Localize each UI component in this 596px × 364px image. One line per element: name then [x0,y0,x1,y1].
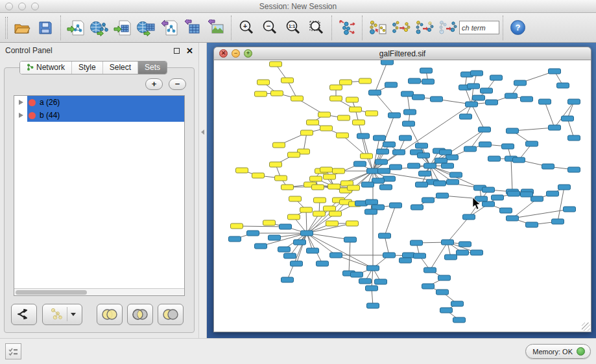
graph-node[interactable] [357,133,370,139]
export-table-button[interactable] [181,16,204,40]
graph-node[interactable] [359,78,372,84]
graph-node[interactable] [447,179,459,185]
graph-node[interactable] [547,191,559,196]
graph-edge[interactable] [306,210,307,233]
graph-node[interactable] [346,97,359,102]
graph-node[interactable] [337,133,349,138]
graph-node[interactable] [320,126,333,131]
graph-node[interactable] [379,233,391,238]
graph-node[interactable] [401,91,414,97]
graph-node[interactable] [440,308,453,313]
graph-node[interactable] [313,211,326,216]
graph-edge[interactable] [349,240,350,273]
graph-node[interactable] [446,155,459,160]
float-panel-icon[interactable] [174,48,180,54]
graph-node[interactable] [312,185,324,190]
graph-node[interactable] [549,125,561,130]
graph-node[interactable] [247,231,259,236]
import-network-file-button[interactable] [64,16,88,40]
graph-node[interactable] [403,121,415,126]
intersect-sets-button[interactable] [127,304,153,325]
graph-node[interactable] [514,80,527,85]
graph-node[interactable] [361,154,373,159]
graph-node[interactable] [460,114,472,119]
graph-node[interactable] [411,205,423,210]
graph-node[interactable] [354,161,366,166]
graph-node[interactable] [436,193,449,198]
graph-node[interactable] [314,198,326,203]
graph-node[interactable] [513,157,525,163]
graph-node[interactable] [275,176,287,181]
graph-edge[interactable] [237,226,285,227]
graph-node[interactable] [263,220,276,225]
graph-node[interactable] [385,82,398,87]
graph-node[interactable] [257,80,270,85]
graph-node[interactable] [399,135,412,141]
scrollbar-thumb[interactable] [16,290,87,295]
graph-node[interactable] [281,78,294,83]
graph-svg[interactable] [214,60,586,327]
expand-arrow-icon[interactable] [14,109,27,122]
graph-node[interactable] [562,116,574,121]
graph-node[interactable] [419,171,431,176]
graph-node[interactable] [564,207,576,212]
graph-node[interactable] [380,185,392,190]
graph-node[interactable] [390,165,402,170]
select-nodes-button[interactable] [389,16,412,40]
graph-node[interactable] [375,279,387,284]
graph-node[interactable] [359,279,372,284]
task-history-button[interactable] [5,343,21,359]
save-session-button[interactable] [34,16,57,40]
graph-node[interactable] [377,149,389,154]
graph-node[interactable] [508,191,520,196]
graph-node[interactable] [310,176,322,181]
graph-node[interactable] [420,68,433,73]
graph-node[interactable] [367,168,379,174]
graph-node[interactable] [486,100,498,105]
graph-node[interactable] [521,97,533,102]
graph-node[interactable] [422,198,435,203]
union-sets-button[interactable] [97,304,123,325]
graph-node[interactable] [558,185,571,190]
graph-node[interactable] [481,88,493,93]
graph-node[interactable] [502,144,514,149]
graph-node[interactable] [366,286,378,291]
graph-node[interactable] [333,168,345,174]
graph-node[interactable] [307,120,319,125]
graph-node[interactable] [471,71,483,76]
graph-node[interactable] [438,275,451,280]
graph-node[interactable] [492,195,504,200]
graph-node[interactable] [526,141,538,146]
graph-node[interactable] [414,253,426,258]
graph-node[interactable] [440,150,452,155]
graph-node[interactable] [451,301,464,306]
graph-node[interactable] [378,168,390,174]
graph-node[interactable] [273,142,285,148]
graph-node[interactable] [483,201,495,207]
graph-node[interactable] [353,120,365,125]
export-network-button[interactable] [158,16,181,40]
graph-node[interactable] [252,173,265,178]
graph-node[interactable] [362,182,374,187]
graph-node[interactable] [468,84,480,89]
graph-node[interactable] [388,113,401,118]
graph-node[interactable] [324,174,336,179]
resize-grip-icon[interactable] [582,323,590,331]
graph-node[interactable] [346,221,359,226]
graph-edge[interactable] [385,205,396,236]
graph-node[interactable] [281,277,294,282]
graph-node[interactable] [418,153,430,158]
graph-edge[interactable] [554,102,574,128]
split-set-button[interactable] [11,304,37,325]
graph-node[interactable] [500,208,512,213]
graph-node[interactable] [404,109,416,115]
help-button[interactable]: ? [510,20,525,35]
graph-node[interactable] [450,172,462,177]
graph-node[interactable] [408,163,420,168]
difference-sets-button[interactable] [158,304,184,325]
new-network-from-selection-button[interactable] [366,16,389,40]
graph-node[interactable] [288,152,300,157]
graph-node[interactable] [301,231,313,236]
create-set-combo-button[interactable] [42,304,82,325]
graph-node[interactable] [549,69,561,74]
